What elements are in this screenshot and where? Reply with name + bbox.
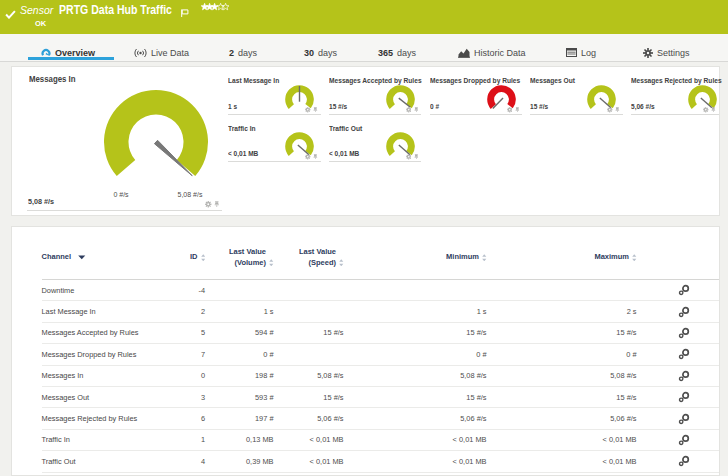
gauge-pin-icon[interactable] bbox=[313, 154, 318, 159]
table-row-traffic-out[interactable]: Traffic Out40,39 MB< 0,01 MB< 0,01 MB< 0… bbox=[42, 451, 720, 472]
cell-divider bbox=[27, 210, 222, 211]
tab-live-data[interactable]: Live Data bbox=[134, 34, 189, 61]
cell-volume: 594 # bbox=[205, 328, 274, 337]
cell-id: 5 bbox=[173, 328, 205, 337]
table-row-messages-accepted-by-rules[interactable]: Messages Accepted by Rules5594 #15 #/s15… bbox=[42, 323, 720, 344]
cell-speed: 15 #/s bbox=[274, 328, 344, 337]
tab-label: Overview bbox=[55, 48, 95, 58]
channel-settings-icon[interactable] bbox=[637, 370, 690, 382]
channel-settings-icon[interactable] bbox=[637, 348, 690, 360]
gauge-pin-icon[interactable] bbox=[515, 107, 520, 112]
table-row-messages-rejected-by-rules[interactable]: Messages Rejected by Rules6197 #5,06 #/s… bbox=[42, 408, 720, 429]
gauge-cell-traffic-out[interactable]: Traffic Out< 0,01 MB bbox=[329, 115, 422, 162]
gauge-pin-icon[interactable] bbox=[313, 107, 318, 112]
cell-minimum: < 0,01 MB bbox=[344, 457, 487, 466]
gauge-pin-icon[interactable] bbox=[414, 107, 419, 112]
channel-table-panel: ChannelIDLast Value(Volume)Last Value(Sp… bbox=[11, 226, 720, 476]
tab-30-days[interactable]: 30days bbox=[304, 34, 337, 61]
gauge-settings-gear-icon[interactable] bbox=[305, 154, 311, 160]
column-header-minimum[interactable]: Minimum bbox=[344, 252, 487, 263]
broadcast-icon bbox=[134, 48, 147, 58]
table-row-messages-in[interactable]: Messages In0198 #5,08 #/s5,08 #/s5,08 #/… bbox=[42, 366, 720, 387]
gauge-settings-gear-icon[interactable] bbox=[703, 107, 709, 113]
gauge-pin-icon[interactable] bbox=[414, 154, 419, 159]
gauge-settings-gear-icon[interactable] bbox=[205, 201, 212, 208]
gauge-cell-icons bbox=[406, 154, 419, 160]
cell-volume: 0,39 MB bbox=[205, 457, 274, 466]
tab-historic-data[interactable]: Historic Data bbox=[458, 34, 526, 61]
cell-id: 1 bbox=[173, 435, 205, 444]
log-icon bbox=[566, 48, 577, 57]
cell-maximum: 5,06 #/s bbox=[487, 414, 637, 423]
channel-settings-icon[interactable] bbox=[637, 327, 690, 339]
gauge-cell-last-message-in[interactable]: Last Message In1 s bbox=[228, 67, 321, 115]
gauge-title: Messages Accepted by Rules bbox=[329, 76, 438, 85]
cell-id: 4 bbox=[173, 457, 205, 466]
cell-channel: Messages Rejected by Rules bbox=[42, 414, 174, 423]
cell-volume: 0,13 MB bbox=[205, 435, 274, 444]
gauge-cell-messages-accepted-by-rules[interactable]: Messages Accepted by Rules15 #/s bbox=[329, 67, 422, 115]
column-header-id[interactable]: ID bbox=[173, 252, 205, 263]
gauge-cell-traffic-in[interactable]: Traffic In< 0,01 MB bbox=[228, 115, 321, 162]
flag-icon[interactable] bbox=[181, 3, 189, 21]
gauge-settings-gear-icon[interactable] bbox=[305, 107, 311, 113]
gauge-cell-messages-out[interactable]: Messages Out15 #/s bbox=[530, 67, 623, 115]
tab-settings[interactable]: Settings bbox=[643, 34, 690, 61]
gauge-cell-icons bbox=[507, 107, 520, 113]
cell-channel: Traffic In bbox=[42, 435, 174, 444]
gauge-cell-icons bbox=[703, 107, 716, 113]
channel-settings-icon[interactable] bbox=[637, 434, 690, 446]
sensor-header: Sensor PRTG Data Hub Traffic OK bbox=[0, 0, 728, 34]
cell-minimum: 15 #/s bbox=[344, 393, 487, 402]
gauge-settings-gear-icon[interactable] bbox=[406, 154, 412, 160]
column-header-channel[interactable]: Channel bbox=[42, 252, 174, 263]
channel-settings-icon[interactable] bbox=[637, 306, 690, 318]
gauge-pin-icon[interactable] bbox=[214, 201, 220, 207]
cell-volume: 593 # bbox=[205, 393, 274, 402]
table-row-messages-dropped-by-rules[interactable]: Messages Dropped by Rules70 #0 #0 # bbox=[42, 344, 720, 365]
tab-2-days[interactable]: 2days bbox=[229, 34, 257, 61]
gauge-pin-icon[interactable] bbox=[615, 107, 620, 112]
cell-channel: Last Message In bbox=[42, 307, 174, 316]
gauge-pin-icon[interactable] bbox=[711, 107, 716, 112]
column-header-last-value-speed[interactable]: Last Value(Speed) bbox=[274, 247, 344, 268]
gauge-settings-gear-icon[interactable] bbox=[507, 107, 513, 113]
tab-number: 2 bbox=[229, 48, 234, 58]
tab-number: 30 bbox=[304, 48, 314, 58]
cell-minimum: 0 # bbox=[344, 350, 487, 359]
cell-volume: 0 # bbox=[205, 350, 274, 359]
gauge-dial bbox=[101, 87, 211, 197]
tab-365-days[interactable]: 365days bbox=[378, 34, 416, 61]
gauge-settings-gear-icon[interactable] bbox=[406, 107, 412, 113]
priority-stars[interactable] bbox=[201, 3, 229, 11]
tab-label: days bbox=[318, 48, 337, 58]
sensor-status-badge: OK bbox=[35, 19, 46, 28]
table-row-traffic-in[interactable]: Traffic In10,13 MB< 0,01 MB< 0,01 MB< 0,… bbox=[42, 430, 720, 451]
cell-speed: 5,08 #/s bbox=[274, 371, 344, 380]
channel-settings-icon[interactable] bbox=[637, 413, 690, 425]
gauge-title: Messages Out bbox=[530, 76, 583, 85]
column-header-maximum[interactable]: Maximum bbox=[487, 252, 637, 263]
gauge-value: 15 #/s bbox=[329, 102, 350, 111]
tab-log[interactable]: Log bbox=[566, 34, 596, 61]
cell-speed: < 0,01 MB bbox=[274, 457, 344, 466]
cell-channel: Traffic Out bbox=[42, 457, 174, 466]
gauge-cell-messages-in[interactable]: Messages In 0 #/s 5,08 #/s 5,08 #/s bbox=[12, 67, 228, 215]
cell-id: 3 bbox=[173, 393, 205, 402]
gauge-settings-gear-icon[interactable] bbox=[607, 107, 613, 113]
table-row-downtime[interactable]: Downtime-4 bbox=[42, 280, 720, 301]
table-row-messages-out[interactable]: Messages Out3593 #15 #/s15 #/s15 #/s bbox=[42, 387, 720, 408]
gauge-title: Traffic In bbox=[228, 124, 261, 133]
gauge-cell-messages-dropped-by-rules[interactable]: Messages Dropped by Rules0 # bbox=[430, 67, 523, 115]
channel-settings-icon[interactable] bbox=[637, 391, 690, 403]
column-header-last-value-volume[interactable]: Last Value(Volume) bbox=[205, 247, 274, 268]
table-row-last-message-in[interactable]: Last Message In21 s1 s2 s bbox=[42, 301, 720, 322]
gauge-value: 0 # bbox=[430, 102, 440, 111]
gauge-cell-messages-rejected-by-rules[interactable]: Messages Rejected by Rules5,06 #/s bbox=[631, 67, 719, 115]
channel-settings-icon[interactable] bbox=[637, 455, 690, 467]
status-ok-check-icon bbox=[5, 5, 16, 23]
cell-speed: < 0,01 MB bbox=[274, 435, 344, 444]
active-tab-underline bbox=[28, 57, 114, 60]
channel-settings-icon[interactable] bbox=[637, 284, 690, 296]
tab-label: days bbox=[238, 48, 257, 58]
